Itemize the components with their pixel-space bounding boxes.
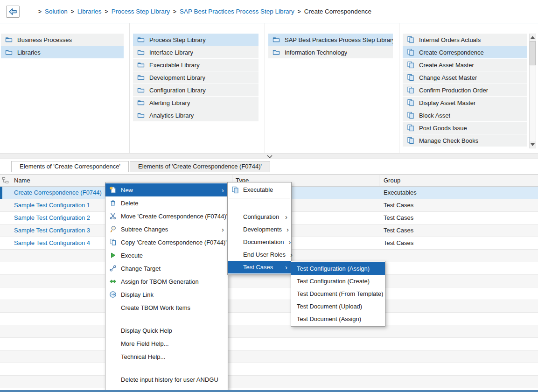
menu-item[interactable]: Subtree Changes › [105,223,228,236]
menu-item[interactable]: Move 'Create Correspondence (F0744)' [105,210,228,223]
browser-item-label: Create Correspondence [419,49,484,56]
browser-item[interactable]: Display Asset Master [403,97,527,109]
menu-item[interactable]: Test Document (Assign) [291,313,385,325]
browser-item[interactable]: Manage Check Books [403,134,527,147]
menu-item[interactable]: Create TBOM Work Items [105,301,228,314]
breadcrumb-separator: > [71,8,74,15]
row-name-link[interactable]: Sample Test Configuration 3 [14,224,90,237]
table-row-empty[interactable] [0,350,538,363]
browser-item-label: Post Goods Issue [419,125,467,132]
browser-item[interactable]: Information Technology [268,46,393,58]
menu-item[interactable]: Change Target [105,262,228,275]
breadcrumb-item[interactable]: SAP Best Practices Process Step Library [180,8,294,15]
hierarchy-icon[interactable] [2,177,9,184]
horizontal-splitter[interactable] [0,153,538,159]
menu-item[interactable]: Delete [105,196,228,210]
table-row-empty[interactable] [0,313,538,325]
browser-item[interactable]: Development Library [133,71,259,84]
executable-icon [407,124,414,132]
browser-item[interactable]: Create Correspondence [403,46,527,58]
menu-item-label: Display Link [121,291,154,298]
display-link-icon [109,291,117,298]
browser-column-3: SAP Best Practices Process Step Library … [265,23,399,153]
submenu-arrow-icon: › [280,264,287,271]
browser-item[interactable]: Libraries [1,46,124,58]
breadcrumb-item[interactable]: Process Step Library [112,8,170,15]
table-row-empty[interactable] [0,325,538,338]
browser-item[interactable]: Analytics Library [133,109,259,121]
scroll-up-button[interactable] [530,34,536,41]
column-header-group[interactable]: Group [384,175,400,186]
menu-item[interactable]: Display Link [105,288,228,301]
browser-item[interactable]: Block Asset [403,109,527,121]
browser-item[interactable]: Post Goods Issue [403,122,527,134]
breadcrumb-item[interactable]: Create Correspondence [304,8,371,15]
browser-item[interactable]: Configuration Library [133,84,259,96]
menu-item[interactable]: Test Document (Upload) [291,300,385,313]
tab[interactable]: Elements of 'Create Correspondence' [11,161,129,172]
menu-item[interactable]: Configuration › [228,210,291,223]
test-cases-submenu: Test Configuration (Assign) Test Configu… [291,261,385,327]
table-row-empty[interactable] [0,363,538,376]
browser-item[interactable]: Confirm Production Order [403,84,527,96]
menu-item[interactable]: Test Configuration (Create) [291,275,385,287]
breadcrumb-item[interactable]: Libraries [77,8,102,15]
back-arrow-icon [8,8,17,15]
menu-item-icon [231,213,239,221]
table-row-empty[interactable] [0,275,538,287]
menu-separator [229,198,290,198]
browser-item[interactable]: Process Step Library [133,34,259,46]
browser-item[interactable]: Create Asset Master [403,59,527,71]
menu-item[interactable]: Documentation › [228,236,291,248]
column4-scrollbar[interactable] [529,34,536,148]
back-button[interactable] [6,6,20,18]
tab-label: Elements of 'Create Correspondence (F074… [138,163,262,170]
menu-item[interactable]: End User Roles › [228,248,291,261]
menu-item[interactable]: Assign for TBOM Generation [105,275,228,288]
menu-item[interactable]: Test Cases › [228,261,291,273]
menu-item[interactable]: More Field Help... [105,337,228,350]
table-row-empty[interactable] [0,376,538,388]
browser-item-label: Configuration Library [149,87,206,94]
breadcrumb-segment: > Solution [35,8,68,15]
table-row-empty[interactable] [0,338,538,350]
menu-item-icon [231,238,239,246]
browser-item[interactable]: Alerting Library [133,97,259,109]
browser-item[interactable]: Internal Orders Actuals [403,34,527,46]
row-name-link[interactable]: Create Correspondence (F0744) [14,187,102,199]
executable-icon [407,112,414,119]
menu-item[interactable]: New › [105,183,228,196]
menu-item[interactable]: Copy 'Create Correspondence (F0744)' [105,236,228,249]
menu-item[interactable]: Test Document (From Template) [291,287,385,300]
table-row-empty[interactable] [0,287,538,300]
menu-item[interactable]: Test Configuration (Assign) [291,262,385,275]
scrollbar-thumb[interactable] [530,41,536,65]
browser-item[interactable]: Business Processes [1,34,124,46]
browser-item[interactable]: Change Asset Master [403,71,527,84]
menu-item[interactable]: Executable [228,183,291,196]
splitter-collapse-button[interactable] [264,154,275,159]
row-name-link[interactable]: Sample Test Configuration 2 [14,212,90,224]
menu-item[interactable]: Developments › [228,223,291,236]
table-row-empty[interactable] [0,300,538,313]
menu-item[interactable]: Display Quick Help [105,324,228,337]
row-name-link[interactable]: Sample Test Configuration 4 [14,237,90,249]
menu-item[interactable]: Delete input history for user ANDGU [105,373,228,386]
menu-item[interactable]: Execute [105,249,228,262]
menu-item[interactable]: Technical Help... [105,350,228,363]
menu-item-label: Move 'Create Correspondence (F0744)' [121,213,227,220]
tab[interactable]: Elements of 'Create Correspondence (F074… [130,161,270,172]
breadcrumb-segment: > SAP Best Practices Process Step Librar… [170,8,294,15]
breadcrumb-item[interactable]: Solution [45,8,68,15]
browser-item[interactable]: Executable Library [133,59,259,71]
browser-item-label: Manage Check Books [419,137,478,144]
column-header-name[interactable]: Name [14,175,30,186]
browser-item[interactable]: SAP Best Practices Process Step Library [268,34,393,46]
menu-item-label: Copy 'Create Correspondence (F0744)' [121,239,227,246]
browser-item[interactable]: Interface Library [133,46,259,58]
browser-column-4: Internal Orders Actuals Create Correspon… [399,23,538,153]
delete-icon [109,199,117,207]
row-name-link[interactable]: Sample Test Configuration 1 [14,199,90,211]
scroll-down-button[interactable] [530,141,536,148]
window-bottom-line [0,390,538,392]
